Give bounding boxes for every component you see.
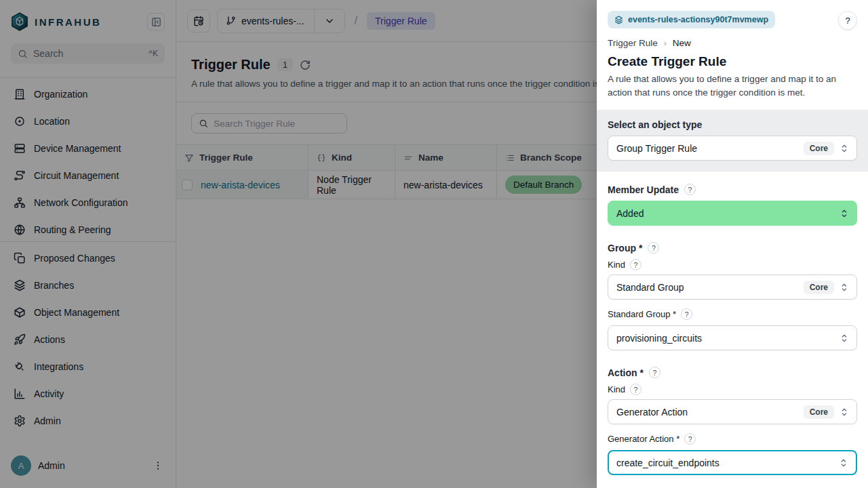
create-trigger-rule-panel: events-rules-actionsy90t7mvmewp ? Trigge… <box>597 0 868 488</box>
object-type-section: Select an object type Group Trigger Rule… <box>597 110 868 171</box>
help-icon[interactable]: ? <box>684 433 696 445</box>
chevrons-up-down-icon <box>839 407 850 418</box>
panel-description: A rule that allows you to define a trigg… <box>608 73 846 99</box>
object-type-select[interactable]: Group Trigger Rule Core <box>608 136 857 161</box>
chevrons-up-down-icon <box>838 458 849 468</box>
core-badge: Core <box>804 405 834 419</box>
panel-title: Create Trigger Rule <box>608 54 857 69</box>
group-label: Group * ? <box>608 242 857 253</box>
chevron-right-icon: › <box>664 39 667 48</box>
panel-branch-badge: events-rules-actionsy90t7mvmewp <box>608 11 775 28</box>
panel-breadcrumb: Trigger Rule › New <box>608 38 857 48</box>
group-kind-label: Kind ? <box>608 259 857 270</box>
member-update-label: Member Update ? <box>608 184 857 195</box>
core-badge: Core <box>804 281 834 294</box>
group-kind-select[interactable]: Standard Group Core <box>608 274 857 300</box>
chevrons-up-down-icon <box>839 208 850 219</box>
help-icon[interactable]: ? <box>630 259 642 270</box>
help-icon[interactable]: ? <box>684 184 696 195</box>
generator-action-label: Generator Action * ? <box>608 433 857 445</box>
action-kind-select[interactable]: Generator Action Core <box>608 399 857 424</box>
breadcrumb-current: New <box>673 38 691 48</box>
chevrons-up-down-icon <box>839 333 850 344</box>
action-kind-label: Kind ? <box>608 384 857 395</box>
app-root: INFRAHUB Search ^K Organization <box>0 0 868 488</box>
panel-help-button[interactable]: ? <box>838 11 857 30</box>
question-mark-icon: ? <box>845 16 850 26</box>
generator-action-select[interactable]: create_circuit_endpoints <box>608 450 857 475</box>
help-icon[interactable]: ? <box>681 308 692 320</box>
object-type-label: Select an object type <box>608 119 857 130</box>
standard-group-label: Standard Group * ? <box>608 308 857 320</box>
chevrons-up-down-icon <box>839 143 850 154</box>
chevrons-up-down-icon <box>839 282 850 293</box>
breadcrumb-parent[interactable]: Trigger Rule <box>608 38 658 48</box>
layers-icon <box>614 16 623 24</box>
standard-group-select[interactable]: provisioning_circuits <box>608 325 857 350</box>
action-label: Action * ? <box>608 367 857 378</box>
help-icon[interactable]: ? <box>649 367 660 378</box>
help-icon[interactable]: ? <box>648 242 659 253</box>
member-update-select[interactable]: Added <box>608 201 857 226</box>
help-icon[interactable]: ? <box>630 384 642 395</box>
core-badge: Core <box>804 142 834 155</box>
